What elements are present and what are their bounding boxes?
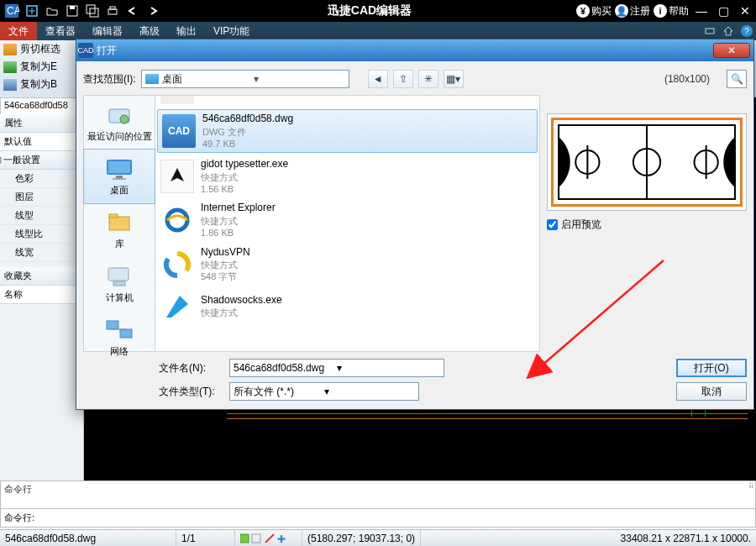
status-bar: 546ca68df0d58.dwg 1/1 ✚ (5180.297; 19037… bbox=[0, 529, 756, 546]
clip-label: 剪切框选 bbox=[20, 42, 60, 56]
svg-rect-9 bbox=[108, 9, 117, 14]
buy-label: 购买 bbox=[591, 4, 612, 18]
buy-button[interactable]: ¥购买 bbox=[576, 4, 612, 18]
maximize-button[interactable]: ▢ bbox=[714, 2, 732, 20]
up-button[interactable]: ⇧ bbox=[393, 70, 413, 88]
menu-output[interactable]: 输出 bbox=[168, 22, 205, 40]
general-header[interactable]: 一般设置 bbox=[0, 151, 83, 170]
desktop-icon bbox=[145, 74, 159, 84]
file-name: Shadowsocks.exe bbox=[201, 294, 282, 307]
redo-icon[interactable] bbox=[144, 2, 162, 20]
enable-preview-input[interactable] bbox=[547, 219, 558, 230]
file-row[interactable]: gidot typesetter.exe快捷方式1.56 KB bbox=[155, 155, 539, 198]
clip-frame-button[interactable]: 剪切框选 bbox=[0, 40, 83, 58]
file-size: 1.86 KB bbox=[201, 227, 276, 239]
copy-emf-label: 复制为E bbox=[20, 60, 57, 74]
default-header[interactable]: 默认值 bbox=[0, 133, 83, 151]
enable-preview-checkbox[interactable]: 启用预览 bbox=[547, 218, 747, 232]
prop-linetype[interactable]: 线型 bbox=[0, 207, 83, 225]
cancel-button[interactable]: 取消 bbox=[676, 382, 747, 401]
preview-content bbox=[551, 118, 743, 207]
newfolder-button[interactable]: ✳ bbox=[418, 70, 438, 88]
place-desktop[interactable]: 桌面 bbox=[83, 149, 155, 204]
info-icon: i bbox=[654, 4, 667, 18]
back-button[interactable]: ◄ bbox=[368, 70, 388, 88]
svg-rect-6 bbox=[70, 6, 75, 9]
viewmenu-button[interactable]: ▦▾ bbox=[444, 70, 464, 88]
filetype-value: 所有文件 (*.*) bbox=[234, 385, 324, 399]
file-type: 快捷方式 bbox=[201, 171, 288, 183]
save-icon[interactable] bbox=[63, 2, 81, 20]
new-icon[interactable] bbox=[23, 2, 41, 20]
register-button[interactable]: 👤注册 bbox=[615, 4, 650, 18]
open-icon[interactable] bbox=[43, 2, 61, 20]
copy-bmp-label: 复制为B bbox=[20, 77, 57, 92]
svg-rect-19 bbox=[108, 161, 130, 173]
prop-ltscale[interactable]: 线型比 bbox=[0, 225, 83, 244]
grip-icon[interactable]: ⠿ bbox=[748, 482, 754, 491]
prop-lineweight[interactable]: 线宽 bbox=[0, 244, 83, 262]
svg-point-29 bbox=[167, 210, 187, 230]
open-button[interactable]: 打开(O) bbox=[676, 359, 747, 377]
file-row[interactable]: 1.02 KB bbox=[155, 96, 539, 108]
undo-icon[interactable] bbox=[123, 2, 142, 20]
prop-layer[interactable]: 图层 bbox=[0, 188, 83, 207]
command-input[interactable] bbox=[38, 511, 755, 526]
file-size: 1.56 KB bbox=[201, 183, 288, 195]
filetype-row: 文件类型(T): 所有文件 (*.*)▾ 取消 bbox=[159, 382, 747, 401]
favorites-header: 收藏夹 bbox=[0, 267, 83, 286]
file-type: 快捷方式 bbox=[201, 259, 250, 270]
menu-viewer[interactable]: 查看器 bbox=[37, 22, 84, 40]
preview-zoom-button[interactable]: 🔍 bbox=[727, 70, 747, 88]
file-row[interactable]: NydusVPN快捷方式548 字节 bbox=[155, 243, 539, 286]
dialog-title: 打开 bbox=[97, 44, 713, 58]
library-icon bbox=[104, 210, 134, 235]
dialog-close-button[interactable]: ✕ bbox=[713, 43, 750, 58]
place-network[interactable]: 网络 bbox=[84, 311, 155, 365]
svg-rect-7 bbox=[87, 5, 95, 13]
saveall-icon[interactable] bbox=[83, 2, 102, 20]
bmp-icon bbox=[3, 79, 17, 91]
copy-emf-button[interactable]: 复制为E bbox=[0, 58, 83, 76]
file-name: gidot typesetter.exe bbox=[201, 158, 288, 171]
file-list: 1.02 KB CAD 546ca68df0d58.dwgDWG 文件49.7 … bbox=[155, 95, 540, 352]
filetype-combo[interactable]: 所有文件 (*.*)▾ bbox=[229, 382, 419, 401]
minimize-button[interactable]: — bbox=[692, 2, 711, 20]
file-type: DWG 文件 bbox=[202, 126, 293, 138]
menu-file[interactable]: 文件 bbox=[0, 22, 37, 40]
filename-combo[interactable]: 546ca68df0d58.dwg▾ bbox=[229, 359, 444, 377]
home-icon[interactable] bbox=[720, 23, 737, 39]
left-panel: 546ca68df0d58 属性 默认值 一般设置 色彩 图层 线型 线型比 线… bbox=[0, 97, 84, 516]
svg-rect-26 bbox=[107, 321, 118, 329]
svg-rect-13 bbox=[252, 534, 260, 543]
file-type: 快捷方式 bbox=[201, 215, 276, 227]
lookin-combo[interactable]: 桌面 ▾ bbox=[141, 70, 349, 88]
place-libraries[interactable]: 库 bbox=[84, 203, 155, 257]
command-line: 命令行: bbox=[0, 509, 756, 528]
place-computer[interactable]: 计算机 bbox=[84, 257, 155, 311]
menu-editor[interactable]: 编辑器 bbox=[84, 22, 131, 40]
prop-color[interactable]: 色彩 bbox=[0, 170, 83, 188]
file-row[interactable]: Shadowsocks.exe快捷方式 bbox=[155, 286, 539, 327]
doc-tab[interactable]: 546ca68df0d58 bbox=[0, 97, 83, 114]
place-libraries-label: 库 bbox=[115, 238, 124, 250]
close-button[interactable]: ✕ bbox=[736, 2, 754, 20]
command-area: ⠿ 命令行 命令行: bbox=[0, 480, 756, 529]
file-row[interactable]: Internet Explorer快捷方式1.86 KB bbox=[155, 198, 539, 242]
menu-advanced[interactable]: 高级 bbox=[131, 22, 168, 40]
menu-vip[interactable]: VIP功能 bbox=[205, 22, 258, 40]
file-type: 快捷方式 bbox=[201, 307, 282, 318]
print-icon-2[interactable] bbox=[701, 23, 718, 39]
place-computer-label: 计算机 bbox=[106, 291, 134, 304]
name-header[interactable]: 名称 bbox=[0, 286, 83, 304]
file-row-selected[interactable]: CAD 546ca68df0d58.dwgDWG 文件49.7 KB bbox=[157, 109, 538, 153]
help-button[interactable]: i帮助 bbox=[654, 4, 689, 18]
enable-preview-label: 启用预览 bbox=[561, 218, 601, 232]
status-file: 546ca68df0d58.dwg bbox=[0, 530, 176, 546]
copy-bmp-button[interactable]: 复制为B bbox=[0, 76, 83, 93]
place-recent[interactable]: 最近访问的位置 bbox=[84, 96, 155, 150]
status-extents: 33408.21 x 22871.1 x 10000. bbox=[616, 530, 756, 546]
help-icon[interactable]: ? bbox=[738, 23, 755, 39]
print-icon[interactable] bbox=[103, 2, 122, 20]
file-size: 548 字节 bbox=[201, 270, 250, 282]
